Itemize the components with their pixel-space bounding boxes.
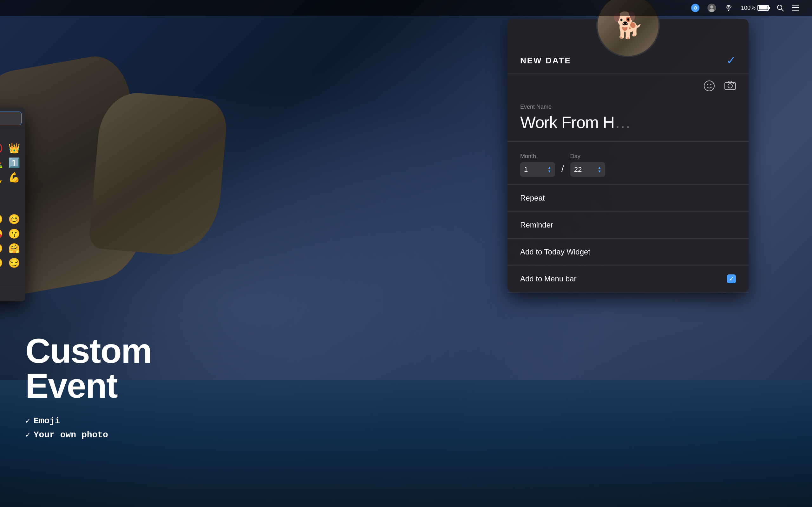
emoji-picker: 🔍 最常使用 🤩👩‍💻🤣😭🥰❤️💏🚫👑😂🎖️🇬🇧🪝👋😢📖🏡1️⃣😁📋🔤🤸😆🍸🤔🧘…	[0, 108, 26, 301]
face-emoji-item[interactable]: 🤑	[0, 241, 5, 256]
day-down[interactable]: ▼	[598, 170, 601, 173]
month-value: 1	[524, 165, 546, 174]
day-input[interactable]: 22 ▲ ▼	[570, 162, 605, 177]
feature-photo-label: Your own photo	[34, 430, 108, 440]
svg-point-13	[710, 84, 711, 85]
emoji-search-input[interactable]	[0, 112, 21, 125]
app-icon[interactable]: ⚙	[691, 3, 700, 12]
date-row: Month 1 ▲ ▼ / Day 22 ▲ ▼	[520, 153, 736, 177]
faces-section-label: 表情符号与人物	[0, 200, 26, 211]
app-title: Custom Event	[26, 333, 151, 403]
face-emoji-item[interactable]: 🥲	[0, 212, 5, 226]
event-name-label: Event Name	[520, 104, 736, 110]
svg-rect-10	[792, 10, 799, 11]
recent-emoji-item[interactable]: 🏡	[0, 156, 5, 170]
recent-emoji-grid: 🤩👩‍💻🤣😭🥰❤️💏🚫👑😂🎖️🇬🇧🪝👋😢📖🏡1️⃣😁📋🔤🤸😆🍸🤔🧘💪✌️🤜😎🏃🙏	[0, 140, 26, 200]
system-menu-icon[interactable]	[792, 5, 799, 11]
menu-bar-label: Add to Menu bar	[520, 274, 576, 283]
svg-point-3	[710, 5, 713, 9]
svg-point-12	[707, 84, 708, 85]
repeat-row: Repeat	[507, 185, 749, 212]
today-widget-label: Add to Today Widget	[520, 247, 590, 257]
event-name-section: Event Name Work From H…	[507, 101, 749, 142]
month-field: Month 1 ▲ ▼	[520, 153, 555, 177]
feature-emoji: ✓ Emoji	[26, 416, 151, 426]
check-emoji: ✓	[26, 416, 31, 426]
recent-section-label: 最常使用	[0, 129, 26, 140]
title-line2: Event	[26, 368, 151, 403]
feature-photo: ✓ Your own photo	[26, 430, 151, 440]
feature-emoji-label: Emoji	[34, 416, 60, 426]
user-icon[interactable]	[707, 3, 716, 12]
face-emoji-item[interactable]: 😶	[0, 256, 5, 270]
title-line1: Custom	[26, 333, 151, 368]
day-field: Day 22 ▲ ▼	[570, 153, 605, 177]
reminder-row: Reminder	[507, 212, 749, 239]
recent-emoji-item[interactable]: 1️⃣	[6, 156, 22, 170]
camera-button[interactable]	[724, 80, 736, 94]
confirm-button[interactable]: ✓	[726, 54, 736, 67]
left-content: Custom Event ✓ Emoji ✓ Your own photo	[26, 333, 151, 444]
month-input[interactable]: 1 ▲ ▼	[520, 162, 555, 177]
svg-rect-9	[792, 7, 799, 8]
wifi-icon	[724, 4, 733, 11]
recent-emoji-item[interactable]: 🚫	[0, 141, 5, 155]
date-section: Month 1 ▲ ▼ / Day 22 ▲ ▼	[507, 142, 749, 185]
day-label: Day	[570, 153, 605, 160]
menu-bar-checkbox[interactable]: ✓	[727, 274, 736, 283]
system-search-icon[interactable]	[776, 4, 784, 12]
svg-text:⚙: ⚙	[693, 5, 697, 10]
face-emoji-item[interactable]: 🤗	[6, 241, 22, 256]
svg-point-11	[704, 81, 714, 91]
recent-emoji-item[interactable]: 🧘	[0, 170, 5, 184]
repeat-label: Repeat	[520, 193, 545, 203]
month-stepper[interactable]: ▲ ▼	[548, 166, 551, 173]
recent-emoji-item[interactable]: 💪	[6, 170, 22, 184]
face-emoji-item[interactable]: 😗	[6, 227, 22, 241]
month-label: Month	[520, 153, 555, 160]
svg-point-4	[709, 9, 714, 12]
face-emoji-item[interactable]: 😊	[6, 212, 22, 226]
svg-rect-8	[792, 5, 799, 6]
month-down[interactable]: ▼	[548, 170, 551, 173]
event-name-value: Work From H…	[520, 113, 736, 132]
face-emoji-item[interactable]: 😏	[6, 256, 22, 270]
svg-point-5	[728, 10, 729, 11]
battery-container: 100%	[741, 5, 769, 11]
emoji-search-area: 🔍	[0, 108, 26, 129]
menubar: ⚙ 100%	[0, 0, 812, 16]
battery-percent-text: 100%	[741, 5, 756, 11]
svg-line-7	[781, 9, 783, 11]
day-value: 22	[574, 165, 596, 174]
date-separator: /	[561, 164, 564, 174]
emoji-picker-button[interactable]	[704, 80, 715, 94]
panel-title: NEW DATE	[520, 56, 571, 66]
faces-emoji-grid: 😀😃😄😁😆🤣😂🥲😊😇🙂🙃😉😌😍🥰😘😗😙😚😋😛😜🤪😝🤑🤗🤭🤫🤔🤐🤨😐😑😶😏😒🙄😬🤥	[0, 211, 26, 286]
svg-point-16	[733, 83, 734, 84]
menu-bar-row: Add to Menu bar ✓	[507, 266, 749, 292]
recent-emoji-item[interactable]: 👑	[6, 141, 22, 155]
face-emoji-item[interactable]: 😘	[0, 227, 5, 241]
search-wrapper: 🔍	[0, 112, 21, 125]
check-photo: ✓	[26, 430, 31, 440]
today-widget-row: Add to Today Widget	[507, 239, 749, 266]
reminder-label: Reminder	[520, 221, 553, 229]
emoji-footer: 🕐😊🐱👜⚽🖨️💡🔖🏴✖️	[0, 286, 26, 301]
app-panel: NEW DATE ✓ Event Name Work From H…	[507, 19, 749, 292]
battery-icon	[757, 5, 769, 11]
features-list: ✓ Emoji ✓ Your own photo	[26, 416, 151, 440]
day-stepper[interactable]: ▲ ▼	[598, 166, 601, 173]
svg-point-15	[728, 83, 732, 88]
icon-row	[507, 74, 749, 101]
